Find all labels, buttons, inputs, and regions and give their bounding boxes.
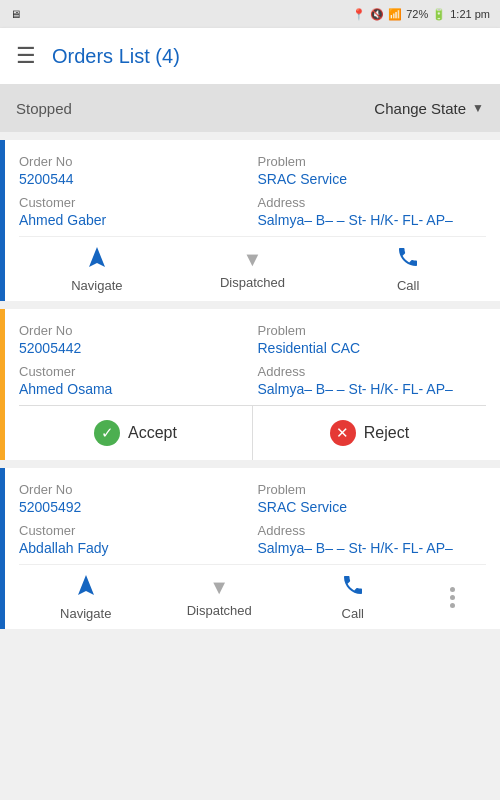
navigate-icon-1 bbox=[85, 245, 109, 274]
order-details-row-2: Customer Ahmed Osama Address Salmya– B– … bbox=[19, 364, 486, 397]
problem-label-1: Problem bbox=[258, 154, 487, 169]
order-header-row-2: Order No 52005442 Problem Residential CA… bbox=[19, 323, 486, 356]
wifi-icon: 📶 bbox=[388, 8, 402, 21]
order-card-2: Order No 52005442 Problem Residential CA… bbox=[0, 309, 500, 460]
customer-col-2: Customer Ahmed Osama bbox=[19, 364, 258, 397]
problem-label-2: Problem bbox=[258, 323, 487, 338]
page-title: Orders List (4) bbox=[52, 45, 180, 68]
customer-value-3: Abdallah Fady bbox=[19, 540, 248, 556]
navigate-button-3[interactable]: Navigate bbox=[46, 573, 126, 621]
action-row-1: Navigate ▼ Dispatched Call bbox=[19, 236, 486, 301]
dot-1 bbox=[450, 587, 455, 592]
status-bar: 🖥 📍 🔇 📶 72% 🔋 1:21 pm bbox=[0, 0, 500, 28]
customer-value-2: Ahmed Osama bbox=[19, 381, 248, 397]
chevron-down-icon: ▼ bbox=[472, 101, 484, 115]
order-no-value-1: 5200544 bbox=[19, 171, 248, 187]
address-col-1: Address Salmya– B– – St- H/K- FL- AP– bbox=[258, 195, 487, 228]
order-no-label-1: Order No bbox=[19, 154, 248, 169]
problem-col-1: Problem SRAC Service bbox=[258, 154, 487, 187]
phone-icon-1 bbox=[396, 245, 420, 274]
change-state-button[interactable]: Change State ▼ bbox=[374, 100, 484, 117]
status-right: 📍 🔇 📶 72% 🔋 1:21 pm bbox=[352, 8, 490, 21]
order-number-col-1: Order No 5200544 bbox=[19, 154, 258, 187]
battery-text: 72% bbox=[406, 8, 428, 20]
navigate-label-1: Navigate bbox=[71, 278, 122, 293]
call-label-3: Call bbox=[342, 606, 364, 621]
reject-button-2[interactable]: ✕ Reject bbox=[253, 406, 486, 460]
more-options-button-3[interactable] bbox=[446, 583, 459, 612]
screen-icon: 🖥 bbox=[10, 8, 21, 20]
accept-button-2[interactable]: ✓ Accept bbox=[19, 406, 253, 460]
call-button-3[interactable]: Call bbox=[313, 573, 393, 621]
action-row-3: Navigate ▼ Dispatched Call bbox=[19, 564, 486, 629]
customer-value-1: Ahmed Gaber bbox=[19, 212, 248, 228]
subheader: Stopped Change State ▼ bbox=[0, 84, 500, 132]
order-details-row-1: Customer Ahmed Gaber Address Salmya– B– … bbox=[19, 195, 486, 228]
stopped-label: Stopped bbox=[16, 100, 72, 117]
order-card-1: Order No 5200544 Problem SRAC Service Cu… bbox=[0, 140, 500, 301]
order-card-3: Order No 52005492 Problem SRAC Service C… bbox=[0, 468, 500, 629]
navigate-label-3: Navigate bbox=[60, 606, 111, 621]
address-col-3: Address Salmya– B– – St- H/K- FL- AP– bbox=[258, 523, 487, 556]
order-no-label-2: Order No bbox=[19, 323, 248, 338]
battery-icon: 🔋 bbox=[432, 8, 446, 21]
call-button-1[interactable]: Call bbox=[368, 245, 448, 293]
dropdown-icon-1: ▼ bbox=[243, 248, 263, 271]
location-icon: 📍 bbox=[352, 8, 366, 21]
orders-list: Order No 5200544 Problem SRAC Service Cu… bbox=[0, 132, 500, 800]
dispatched-button-1[interactable]: ▼ Dispatched bbox=[212, 248, 292, 290]
check-icon-2: ✓ bbox=[94, 420, 120, 446]
dispatched-label-1: Dispatched bbox=[220, 275, 285, 290]
reject-label-2: Reject bbox=[364, 424, 409, 442]
accept-reject-row-2: ✓ Accept ✕ Reject bbox=[19, 405, 486, 460]
address-label-2: Address bbox=[258, 364, 487, 379]
order-header-row-1: Order No 5200544 Problem SRAC Service bbox=[19, 154, 486, 187]
change-state-label: Change State bbox=[374, 100, 466, 117]
customer-label-2: Customer bbox=[19, 364, 248, 379]
status-left: 🖥 bbox=[10, 8, 21, 20]
header: ☰ Orders List (4) bbox=[0, 28, 500, 84]
problem-value-2: Residential CAC bbox=[258, 340, 487, 356]
order-no-value-2: 52005442 bbox=[19, 340, 248, 356]
problem-value-1: SRAC Service bbox=[258, 171, 487, 187]
navigate-button-1[interactable]: Navigate bbox=[57, 245, 137, 293]
address-value-1: Salmya– B– – St- H/K- FL- AP– bbox=[258, 212, 487, 228]
order-number-col-2: Order No 52005442 bbox=[19, 323, 258, 356]
order-no-value-3: 52005492 bbox=[19, 499, 248, 515]
problem-col-2: Problem Residential CAC bbox=[258, 323, 487, 356]
dot-2 bbox=[450, 595, 455, 600]
x-icon-2: ✕ bbox=[330, 420, 356, 446]
customer-col-1: Customer Ahmed Gaber bbox=[19, 195, 258, 228]
volume-icon: 🔇 bbox=[370, 8, 384, 21]
address-label-3: Address bbox=[258, 523, 487, 538]
problem-col-3: Problem SRAC Service bbox=[258, 482, 487, 515]
time-display: 1:21 pm bbox=[450, 8, 490, 20]
customer-col-3: Customer Abdallah Fady bbox=[19, 523, 258, 556]
order-no-label-3: Order No bbox=[19, 482, 248, 497]
address-value-2: Salmya– B– – St- H/K- FL- AP– bbox=[258, 381, 487, 397]
phone-icon-3 bbox=[341, 573, 365, 602]
address-value-3: Salmya– B– – St- H/K- FL- AP– bbox=[258, 540, 487, 556]
accept-label-2: Accept bbox=[128, 424, 177, 442]
dropdown-icon-3: ▼ bbox=[209, 576, 229, 599]
customer-label-3: Customer bbox=[19, 523, 248, 538]
order-details-row-3: Customer Abdallah Fady Address Salmya– B… bbox=[19, 523, 486, 556]
dot-3 bbox=[450, 603, 455, 608]
customer-label-1: Customer bbox=[19, 195, 248, 210]
hamburger-menu-icon[interactable]: ☰ bbox=[16, 43, 36, 69]
address-label-1: Address bbox=[258, 195, 487, 210]
order-header-row-3: Order No 52005492 Problem SRAC Service bbox=[19, 482, 486, 515]
problem-value-3: SRAC Service bbox=[258, 499, 487, 515]
problem-label-3: Problem bbox=[258, 482, 487, 497]
address-col-2: Address Salmya– B– – St- H/K- FL- AP– bbox=[258, 364, 487, 397]
navigate-icon-3 bbox=[74, 573, 98, 602]
call-label-1: Call bbox=[397, 278, 419, 293]
dispatched-label-3: Dispatched bbox=[187, 603, 252, 618]
dispatched-button-3[interactable]: ▼ Dispatched bbox=[179, 576, 259, 618]
order-number-col-3: Order No 52005492 bbox=[19, 482, 258, 515]
